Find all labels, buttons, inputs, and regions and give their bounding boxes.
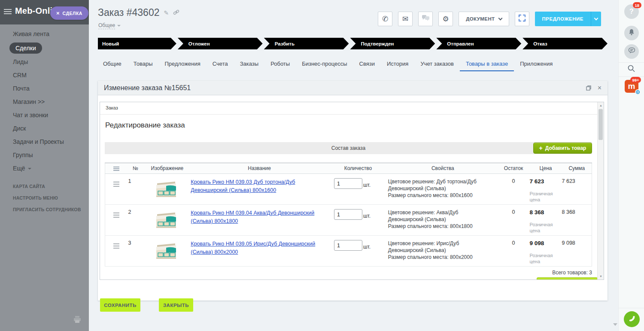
sidebar-item-sitemap[interactable]: КАРТА САЙТА	[0, 181, 89, 192]
col-num: №	[127, 163, 143, 174]
tab-orders[interactable]: Заказы	[234, 58, 264, 71]
sidebar-item-leads[interactable]: Лиды	[0, 55, 89, 69]
price-type: Розничная цена	[530, 252, 556, 265]
cutoff-button[interactable]	[537, 277, 597, 279]
quantity-input[interactable]	[334, 209, 362, 220]
support-call-button[interactable]	[624, 311, 640, 327]
scrollbar-thumb[interactable]	[598, 109, 603, 140]
stage-postponed[interactable]: Отложен	[178, 38, 263, 49]
tab-apps[interactable]: Приложения	[514, 58, 559, 71]
sidebar-item-configure-menu[interactable]: НАСТРОИТЬ МЕНЮ	[0, 192, 89, 204]
panel-header: Изменение заказа №15651 ×	[98, 81, 608, 95]
sidebar-item-deals[interactable]: Сделки	[0, 41, 89, 55]
col-name: Название	[191, 163, 328, 174]
product-image[interactable]	[154, 240, 179, 261]
tab-robots[interactable]: Роботы	[264, 58, 296, 71]
proposal-button[interactable]: ПРЕДЛОЖЕНИЕ	[535, 12, 591, 26]
page: Meb-Online24 × СДЕЛКА Живая лента Сделки…	[0, 0, 644, 331]
sidebar-footer: КАРТА САЙТА НАСТРОИТЬ МЕНЮ ПРИГЛАСИТЬ СО…	[0, 181, 89, 216]
stage-new[interactable]: Новый	[98, 38, 176, 49]
help-badge: 18	[633, 2, 641, 8]
add-product-button[interactable]: + Добавить товар	[533, 143, 592, 154]
scroll-up-icon[interactable]: ▲	[598, 104, 604, 107]
stage-declined[interactable]: Отказ	[522, 38, 608, 49]
sum-value: 9 098	[562, 236, 592, 267]
chat-button[interactable]	[418, 12, 433, 26]
form-breadcrumb[interactable]: Заказ	[106, 105, 118, 110]
table-menu-icon[interactable]	[113, 167, 119, 172]
printer-icon[interactable]	[73, 316, 82, 325]
close-icon[interactable]: ×	[598, 85, 601, 91]
edit-pencil-icon[interactable]: ✎	[164, 9, 169, 16]
drag-handle-icon[interactable]	[113, 182, 119, 188]
drag-handle-icon[interactable]	[113, 243, 119, 250]
marketplace-button[interactable]: m 99+	[625, 80, 638, 93]
close-icon[interactable]: ×	[56, 10, 60, 16]
close-button[interactable]: ЗАКРЫТЬ	[159, 298, 193, 312]
stage-split[interactable]: Разбить	[264, 38, 349, 49]
proposal-button-group: ПРЕДЛОЖЕНИЕ	[535, 12, 601, 26]
col-props: Свойства	[388, 163, 498, 174]
email-button[interactable]: ✉	[398, 12, 413, 26]
sidebar-item-invite-employees[interactable]: ПРИГЛАСИТЬ СОТРУДНИКОВ	[0, 204, 89, 216]
col-qty: Количество	[328, 163, 388, 174]
table-row: 1 Кровать Рико НМ 039.03 Дуб тортона/Дуб…	[105, 174, 592, 205]
sidebar-item-more[interactable]: Ещё	[0, 162, 89, 175]
scope-selector[interactable]: Общее	[98, 22, 121, 28]
quantity-input[interactable]	[334, 240, 362, 251]
tab-products-in-order[interactable]: Товары в заказе	[460, 58, 514, 71]
main-content: Заказ #43602 ✎ Общее ✆ ✉ ⚙ ДОКУМЕНТ	[89, 0, 618, 331]
tab-proposals[interactable]: Предложения	[158, 58, 206, 71]
marketplace-badge: 99+	[630, 77, 641, 83]
tab-order-accounting[interactable]: Учет заказов	[414, 58, 460, 71]
frame-scrollbar[interactable]: ▲ ▼	[597, 102, 604, 279]
settings-button[interactable]: ⚙	[438, 12, 453, 26]
copy-link-icon[interactable]	[173, 9, 179, 17]
sidebar-item-disk[interactable]: Диск	[0, 122, 89, 135]
tab-links[interactable]: Связи	[353, 58, 381, 71]
proposal-caret-button[interactable]	[591, 12, 601, 26]
document-dropdown[interactable]: ДОКУМЕНТ	[459, 12, 509, 26]
tab-invoices[interactable]: Счета	[207, 58, 234, 71]
sidebar-item-crm[interactable]: CRM	[0, 69, 89, 82]
scroll-down-icon[interactable]: ▼	[598, 275, 604, 278]
sidebar-item-live-feed[interactable]: Живая лента	[0, 27, 89, 41]
gear-icon: ⚙	[443, 15, 449, 24]
popout-window-icon[interactable]	[586, 85, 591, 91]
product-link[interactable]: Кровать Рико НМ 039.05 Ирис/Дуб Девоншир…	[191, 241, 315, 255]
panel-body: Заказ Редактирование заказа Состав заказ…	[98, 95, 608, 300]
tab-business-processes[interactable]: Бизнес-процессы	[296, 58, 353, 71]
menu-hamburger-icon[interactable]	[4, 9, 12, 15]
stock-value: 0	[498, 205, 530, 236]
search-button[interactable]	[627, 64, 635, 74]
col-image: Изображение	[143, 163, 191, 174]
tab-products[interactable]: Товары	[128, 58, 159, 71]
fullscreen-button[interactable]	[515, 12, 529, 26]
product-image[interactable]	[154, 178, 179, 200]
save-button[interactable]: СОХРАНИТЬ	[100, 298, 140, 312]
product-link[interactable]: Кровать Рико НМ 039.04 Аква/Дуб Девоншир…	[191, 210, 314, 224]
sidebar-item-shop[interactable]: Магазин >>	[0, 95, 89, 109]
notifications-button[interactable]	[624, 26, 639, 40]
sum-value: 8 368	[562, 205, 592, 236]
product-image[interactable]	[154, 209, 179, 231]
deal-pill[interactable]: × СДЕЛКА	[50, 6, 88, 20]
envelope-icon: ✉	[402, 15, 408, 24]
sidebar-item-tasks-projects[interactable]: Задачи и Проекты	[0, 135, 89, 149]
sidebar-item-chat-calls[interactable]: Чат и звонки	[0, 109, 89, 122]
stage-sent[interactable]: Отправлен	[436, 38, 521, 49]
sidebar-item-groups[interactable]: Группы	[0, 149, 89, 162]
messenger-button[interactable]	[624, 44, 639, 59]
stage-confirmed[interactable]: Подтвержден	[350, 38, 435, 49]
tab-general[interactable]: Общие	[98, 58, 128, 71]
drag-handle-icon[interactable]	[113, 213, 119, 219]
quantity-input[interactable]	[334, 178, 362, 189]
chevron-down-icon	[498, 16, 502, 20]
collapse-icon[interactable]	[613, 323, 617, 326]
call-button[interactable]: ✆	[378, 12, 392, 26]
table-row: 3 Кровать Рико НМ 039.05 Ирис/Дуб Девонш…	[105, 236, 592, 267]
sidebar-item-mail[interactable]: Почта	[0, 82, 89, 95]
section-title: Состав заказа	[105, 142, 592, 154]
product-link[interactable]: Кровать Рико НМ 039.03 Дуб тортона/Дуб Д…	[191, 179, 295, 193]
tab-history[interactable]: История	[381, 58, 414, 71]
